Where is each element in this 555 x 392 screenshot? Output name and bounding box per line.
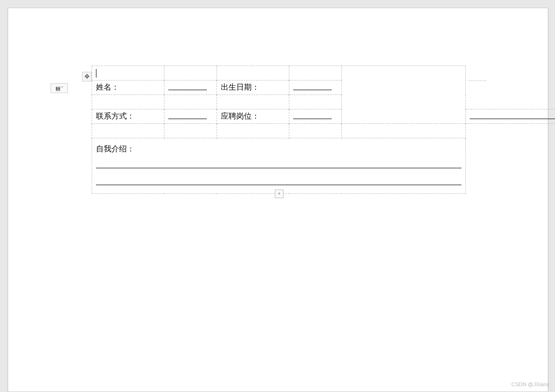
table-row: 联系方式： 应聘岗位： xyxy=(92,109,555,124)
underline xyxy=(96,185,461,185)
layout-options-button[interactable]: ▤ ˇ xyxy=(51,83,68,93)
underline xyxy=(96,168,461,168)
name-label-cell[interactable]: 姓名： xyxy=(92,81,164,95)
table-cell[interactable] xyxy=(342,124,466,138)
contact-value-cell[interactable] xyxy=(164,109,217,124)
table-cell[interactable] xyxy=(217,124,289,138)
table-cell[interactable] xyxy=(164,124,217,138)
form-table[interactable]: 姓名： 出生日期： 联系方式： 应聘岗位： xyxy=(92,66,555,194)
text-cursor xyxy=(96,69,96,78)
table-row xyxy=(92,66,555,81)
contact-label-cell[interactable]: 联系方式： xyxy=(92,109,164,124)
dob-label: 出生日期： xyxy=(221,83,259,91)
underline xyxy=(470,119,555,119)
table-cell[interactable] xyxy=(164,95,217,109)
contact-label: 联系方式： xyxy=(96,112,135,120)
position-label: 应聘岗位： xyxy=(221,112,259,120)
table-row: 自我介绍： xyxy=(92,138,555,194)
table-cell[interactable] xyxy=(289,124,342,138)
table-cell[interactable] xyxy=(217,95,289,109)
table-cell[interactable] xyxy=(164,66,217,81)
underline xyxy=(293,119,332,119)
table-row: 姓名： 出生日期： xyxy=(92,81,555,95)
position-value-cell[interactable] xyxy=(289,109,342,124)
layout-icon: ▤ xyxy=(55,85,60,92)
chevron-down-icon: ˇ xyxy=(61,86,63,91)
name-label: 姓名： xyxy=(96,83,119,91)
table-cell[interactable] xyxy=(92,124,164,138)
table-move-handle[interactable]: ✥ xyxy=(82,72,92,81)
dob-label-cell[interactable]: 出生日期： xyxy=(217,81,289,95)
table-cell[interactable] xyxy=(342,66,466,124)
watermark: CSDN @JXians xyxy=(512,381,549,387)
form-table-container: 姓名： 出生日期： 联系方式： 应聘岗位： xyxy=(92,66,555,194)
intro-label: 自我介绍： xyxy=(96,145,135,153)
position-label-cell[interactable]: 应聘岗位： xyxy=(217,109,289,124)
intro-cell[interactable]: 自我介绍： xyxy=(92,138,466,194)
underline xyxy=(293,90,332,90)
add-row-button[interactable]: + xyxy=(275,189,284,198)
table-cell[interactable] xyxy=(217,66,289,81)
dob-value-cell[interactable] xyxy=(289,81,342,95)
table-cell[interactable] xyxy=(466,109,555,124)
table-cell[interactable] xyxy=(92,95,164,109)
underline xyxy=(168,90,207,90)
move-icon: ✥ xyxy=(84,73,90,81)
name-value-cell[interactable] xyxy=(164,81,217,95)
plus-icon: + xyxy=(277,190,281,197)
table-cell[interactable] xyxy=(289,66,342,81)
table-row xyxy=(92,124,555,138)
table-cell[interactable] xyxy=(289,95,342,109)
document-page: ▤ ˇ ✥ 姓名： 出生日期： xyxy=(8,8,548,392)
table-cell[interactable] xyxy=(92,66,164,81)
table-row xyxy=(92,95,555,109)
underline xyxy=(168,119,207,119)
